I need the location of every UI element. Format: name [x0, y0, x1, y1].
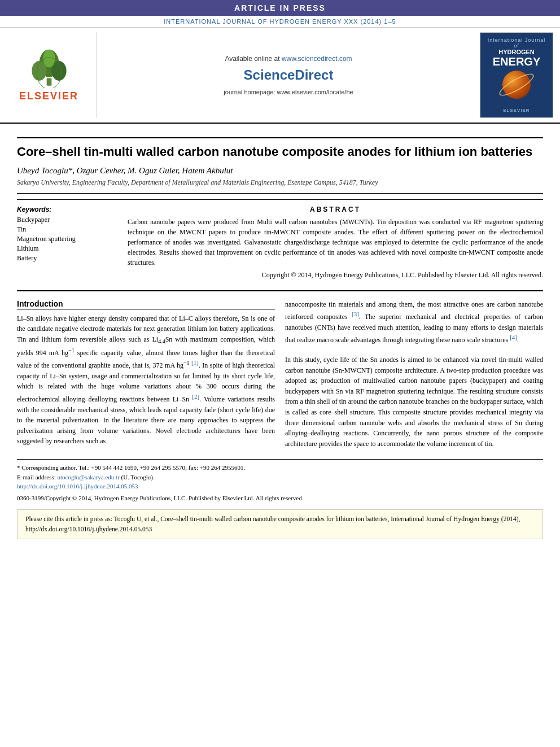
ref-1[interactable]: [1] [191, 359, 199, 366]
keyword-buckypaper: Buckypaper [17, 216, 119, 224]
cover-orb-graphic [502, 71, 531, 99]
divider-after-affiliation [17, 193, 543, 194]
keywords-label: Keywords: [17, 206, 119, 213]
available-label: Available online at [225, 55, 279, 63]
corresponding-author-note: * Corresponding author. Tel.: +90 544 44… [17, 463, 543, 473]
header-center: Available online at www.sciencedirect.co… [97, 32, 480, 118]
abstract-copyright: Copyright © 2014, Hydrogen Energy Public… [128, 270, 543, 280]
right-column: nanocomposite tin materials and among th… [285, 299, 543, 449]
email-suffix: (U. Tocoglu). [121, 474, 155, 480]
top-header: ELSEVIER Available online at www.science… [0, 28, 560, 124]
article-in-press-banner: ARTICLE IN PRESS [0, 0, 560, 16]
journal-cover-image: International Journal of HYDROGEN ENERGY… [480, 32, 553, 118]
sciencedirect-part2: Direct [295, 67, 333, 82]
article-body: Core–shell tin-multi walled carbon nanot… [0, 124, 560, 545]
cover-ring-graphic [497, 70, 537, 99]
journal-homepage-text: journal homepage: www.elsevier.com/locat… [103, 89, 474, 95]
sciencedirect-part1: Science [244, 67, 295, 82]
right-paragraph1: nanocomposite tin materials and among th… [285, 299, 543, 346]
doi-link[interactable]: http://dx.doi.org/10.1016/j.ijhydene.201… [17, 482, 543, 491]
available-online-text: Available online at www.sciencedirect.co… [103, 55, 474, 63]
affiliation-text: Sakarya University, Engineering Faculty,… [17, 178, 543, 187]
elsevier-tree-icon [21, 49, 77, 88]
body-columns: Introduction Li–Sn alloys have higher en… [17, 290, 543, 449]
ref-4[interactable]: [4] [510, 334, 517, 340]
abstract-text: Carbon nanotube papers were produced fro… [128, 217, 543, 268]
left-column: Introduction Li–Sn alloys have higher en… [17, 299, 275, 449]
cover-int-label: International Journal of [485, 37, 548, 49]
cover-small-text: ELSEVIER [485, 108, 548, 113]
keyword-magnetron: Magnetron sputtering [17, 235, 119, 243]
cover-energy-label: ENERGY [485, 56, 548, 67]
footnote-area: * Corresponding author. Tel.: +90 544 44… [17, 459, 543, 503]
ref-2[interactable]: [2] [192, 393, 199, 400]
keyword-tin: Tin [17, 225, 119, 234]
ref-3[interactable]: [3] [352, 311, 359, 317]
introduction-paragraph1: Li–Sn alloys have higher energy density … [17, 313, 275, 447]
sciencedirect-url[interactable]: www.sciencedirect.com [282, 55, 352, 63]
keywords-column: Keywords: Buckypaper Tin Magnetron sputt… [17, 206, 119, 280]
email-link[interactable]: utocoglu@sakarya.edu.tr [57, 474, 119, 480]
elsevier-wordmark: ELSEVIER [19, 90, 78, 102]
keyword-lithium: Lithium [17, 244, 119, 253]
elsevier-logo-block: ELSEVIER [7, 32, 97, 118]
authors-line: Ubeyd Tocoglu*, Ozgur Cevher, M. Oguz Gu… [17, 166, 543, 176]
abstract-heading: ABSTRACT [128, 206, 543, 213]
right-paragraph2: In this study, cycle life of the Sn anod… [285, 355, 543, 449]
issn-copyright: 0360-3199/Copyright © 2014, Hydrogen Ene… [17, 493, 543, 503]
keyword-battery: Battery [17, 254, 119, 263]
email-note: E-mail address: utocoglu@sakarya.edu.tr … [17, 473, 543, 482]
abstract-keywords-section: Keywords: Buckypaper Tin Magnetron sputt… [17, 199, 543, 280]
article-title: Core–shell tin-multi walled carbon nanot… [17, 137, 543, 160]
introduction-heading: Introduction [17, 299, 275, 310]
journal-header-line: INTERNATIONAL JOURNAL OF HYDROGEN ENERGY… [0, 16, 560, 28]
sciencedirect-logo: ScienceDirect [103, 67, 474, 83]
abstract-column: ABSTRACT Carbon nanotube papers were pro… [128, 206, 543, 280]
citation-box: Please cite this article in press as: To… [17, 509, 543, 539]
email-label: E-mail address: [17, 474, 56, 480]
